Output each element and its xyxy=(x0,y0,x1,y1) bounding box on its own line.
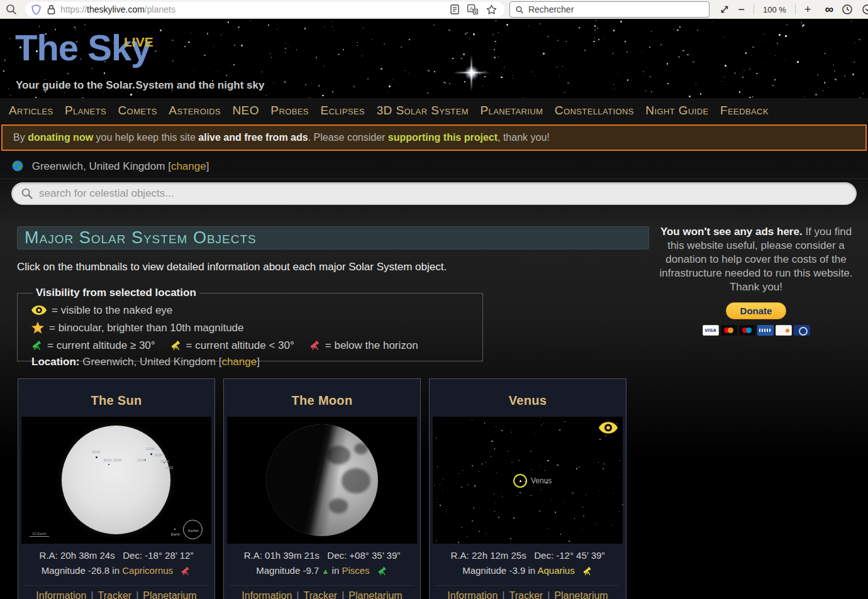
legend-binocular-text: = binocular, brighter than 10th magnitud… xyxy=(49,322,244,334)
donate-button[interactable]: Donate xyxy=(726,302,786,319)
sidebar-no-ads-text: You won't see any ads here. If you find … xyxy=(659,226,852,293)
donation-banner: By donating now you help keep this site … xyxy=(1,124,867,151)
telescope-red-icon xyxy=(181,566,191,578)
browser-search-field[interactable] xyxy=(509,1,709,18)
planetarium-link[interactable]: Planetarium xyxy=(554,590,608,599)
nav-item-feedback[interactable]: Feedback xyxy=(720,104,769,117)
bright-star xyxy=(462,63,481,82)
venus-card: Venus Venus R.A: 22h 12m 25s Dec: -12° 4… xyxy=(429,378,626,599)
earth-size-label: Earth xyxy=(171,532,180,536)
svg-text:A: A xyxy=(469,6,473,12)
celestial-search-bar[interactable] xyxy=(11,182,857,205)
translate-icon[interactable]: A xyxy=(467,4,478,14)
main-navigation: Articles Planets Comets Asteroids NEO Pr… xyxy=(0,98,868,123)
mastercard-icon xyxy=(721,325,737,336)
sun-thumbnail[interactable]: 3204 3203 3200 3199 3198 3197 3196 3202 … xyxy=(21,417,211,544)
constellation-link[interactable]: Capricornus xyxy=(122,565,173,576)
browser-toolbar: https://theskylive.com/planets A − xyxy=(0,0,868,19)
donation-sidebar: You won't see any ads here. If you find … xyxy=(655,225,857,336)
toolbar-divider xyxy=(795,4,796,14)
tracking-shield-icon[interactable] xyxy=(31,4,41,15)
planetarium-link[interactable]: Planetarium xyxy=(143,590,196,599)
extension-infinity-icon[interactable]: ∞ xyxy=(825,3,833,16)
visibility-legend: Visibility from selected location = visi… xyxy=(17,287,483,361)
nav-item-neo[interactable]: NEO xyxy=(233,104,259,117)
nav-item-planetarium[interactable]: Planetarium xyxy=(480,104,543,117)
nav-item-3d-solar-system[interactable]: 3D Solar System xyxy=(377,104,469,117)
legend-below-horizon-text: = below the horizon xyxy=(325,339,418,352)
nav-item-probes[interactable]: Probes xyxy=(270,104,309,117)
page-title: Major Solar System Objects xyxy=(25,227,648,248)
browser-search-input[interactable] xyxy=(528,4,704,14)
celestial-search-input[interactable] xyxy=(39,187,847,200)
url-bar[interactable]: https://theskylive.com/planets A xyxy=(25,2,504,17)
sun-card: The Sun 3204 3203 3200 3199 3198 3197 31… xyxy=(18,378,215,599)
change-location-link[interactable]: change xyxy=(221,356,257,368)
location-name: Greenwich, United Kingdom xyxy=(32,160,165,172)
fullscreen-icon[interactable] xyxy=(720,4,730,14)
clipped-toolbar-icon[interactable] xyxy=(862,4,868,15)
sun-disc xyxy=(62,426,170,534)
nav-item-asteroids[interactable]: Asteroids xyxy=(169,104,221,117)
planetarium-link[interactable]: Planetarium xyxy=(348,590,402,599)
constellation-link[interactable]: Pisces xyxy=(342,565,369,576)
sun-card-links: Information|Tracker|Planetarium xyxy=(18,590,214,599)
discover-card-icon xyxy=(776,325,792,336)
nav-item-eclipses[interactable]: Eclipses xyxy=(320,104,365,117)
search-icon xyxy=(21,187,33,200)
moon-card-title[interactable]: The Moon xyxy=(224,393,420,408)
change-location-link[interactable]: change xyxy=(171,160,206,172)
information-link[interactable]: Information xyxy=(447,590,498,599)
jupiter-size-label: Jupiter xyxy=(187,529,199,532)
supporting-project-link[interactable]: supporting this project xyxy=(388,132,498,143)
lock-icon[interactable] xyxy=(47,4,55,14)
browser-window: https://theskylive.com/planets A − xyxy=(0,0,868,599)
nav-item-constellations[interactable]: Constellations xyxy=(555,104,634,117)
sun-coordinates: R.A: 20h 38m 24s Dec: -18° 28’ 12” xyxy=(18,550,214,561)
zoom-out-button[interactable]: − xyxy=(738,4,745,15)
zoom-level[interactable]: 100 % xyxy=(763,5,786,14)
card-divider xyxy=(25,585,208,586)
legend-location-value: Greenwich, United Kingdom xyxy=(82,356,216,368)
information-link[interactable]: Information xyxy=(242,590,292,599)
browser-search-icon[interactable] xyxy=(5,3,18,16)
tracker-link[interactable]: Tracker xyxy=(509,590,543,599)
legend-title: Visibility from selected location xyxy=(33,287,199,299)
section-heading-bar: Major Solar System Objects xyxy=(17,226,649,250)
history-clock-icon[interactable] xyxy=(842,4,853,15)
bookmark-star-icon[interactable] xyxy=(486,4,497,15)
intro-text: Click on the thumbnails to view detailed… xyxy=(17,261,447,273)
tracker-link[interactable]: Tracker xyxy=(98,590,132,599)
globe-icon xyxy=(12,162,26,174)
donating-now-link[interactable]: donating now xyxy=(28,132,93,143)
maestro-card-icon xyxy=(739,325,755,336)
moon-card: The Moon R.A: 01h 39m 21s Dec: +08° 35’ … xyxy=(223,378,421,599)
telescope-red-icon xyxy=(309,339,321,351)
venus-card-links: Information|Tracker|Planetarium xyxy=(430,590,626,599)
moon-thumbnail[interactable] xyxy=(227,417,417,544)
venus-thumbnail[interactable]: Venus xyxy=(433,417,623,544)
telescope-yellow-icon xyxy=(170,339,182,351)
reader-mode-icon[interactable] xyxy=(450,4,459,14)
telescope-yellow-icon xyxy=(582,566,593,578)
page-content: The Sky LIVE Your guide to the Solar Sys… xyxy=(0,19,868,599)
sun-card-title[interactable]: The Sun xyxy=(18,393,214,408)
moon-magnitude: Magnitude -9.7 ▲ in Pisces xyxy=(224,565,420,578)
nav-item-comets[interactable]: Comets xyxy=(118,104,157,117)
venus-card-title[interactable]: Venus xyxy=(430,393,626,408)
moon-coordinates: R.A: 01h 39m 21s Dec: +08° 35’ 39” xyxy=(224,550,420,561)
nav-item-planets[interactable]: Planets xyxy=(65,104,106,117)
diners-card-icon xyxy=(794,325,810,336)
telescope-green-icon xyxy=(31,339,43,351)
information-link[interactable]: Information xyxy=(36,590,86,599)
location-bar: Greenwich, United Kingdom [change] xyxy=(0,153,868,179)
legend-naked-eye-text: = visible to the naked eye xyxy=(52,304,172,317)
sun-magnitude: Magnitude -26.8 in Capricornus xyxy=(18,565,214,578)
card-divider xyxy=(230,585,414,586)
nav-item-articles[interactable]: Articles xyxy=(9,104,53,117)
zoom-in-button[interactable]: + xyxy=(804,4,811,15)
nav-item-night-guide[interactable]: Night Guide xyxy=(645,104,708,117)
constellation-link[interactable]: Aquarius xyxy=(537,565,574,576)
tracker-link[interactable]: Tracker xyxy=(304,590,338,599)
eye-icon xyxy=(599,422,618,436)
